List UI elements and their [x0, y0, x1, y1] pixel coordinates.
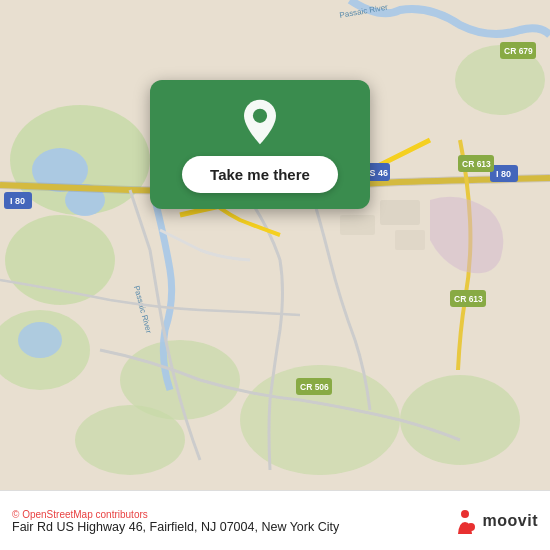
moovit-label: moovit — [483, 512, 538, 530]
map-container: Passaic River Passaic River I 80 I 80 US… — [0, 0, 550, 490]
osm-link[interactable]: © OpenStreetMap contributors — [12, 509, 148, 520]
osm-credit: © OpenStreetMap contributors — [12, 509, 452, 520]
svg-point-31 — [253, 109, 267, 123]
address-text: Fair Rd US Highway 46, Fairfield, NJ 070… — [12, 520, 452, 534]
moovit-logo: moovit — [452, 508, 538, 534]
svg-point-5 — [400, 375, 520, 465]
svg-point-33 — [467, 523, 475, 531]
location-card: Take me there — [150, 80, 370, 209]
map-svg: Passaic River Passaic River I 80 I 80 US… — [0, 0, 550, 490]
svg-text:CR 506: CR 506 — [300, 382, 329, 392]
svg-text:I 80: I 80 — [10, 196, 25, 206]
svg-point-8 — [75, 405, 185, 475]
svg-point-11 — [18, 322, 62, 358]
svg-text:CR 679: CR 679 — [504, 46, 533, 56]
svg-text:CR 613: CR 613 — [454, 294, 483, 304]
svg-rect-30 — [340, 215, 375, 235]
address-section: © OpenStreetMap contributors Fair Rd US … — [12, 507, 452, 534]
svg-rect-29 — [395, 230, 425, 250]
pin-icon — [236, 98, 284, 146]
svg-point-32 — [461, 510, 469, 518]
take-me-there-button[interactable]: Take me there — [182, 156, 338, 193]
bottom-bar: © OpenStreetMap contributors Fair Rd US … — [0, 490, 550, 550]
moovit-icon — [452, 508, 478, 534]
svg-rect-28 — [380, 200, 420, 225]
svg-text:CR 613: CR 613 — [462, 159, 491, 169]
svg-text:I 80: I 80 — [496, 169, 511, 179]
